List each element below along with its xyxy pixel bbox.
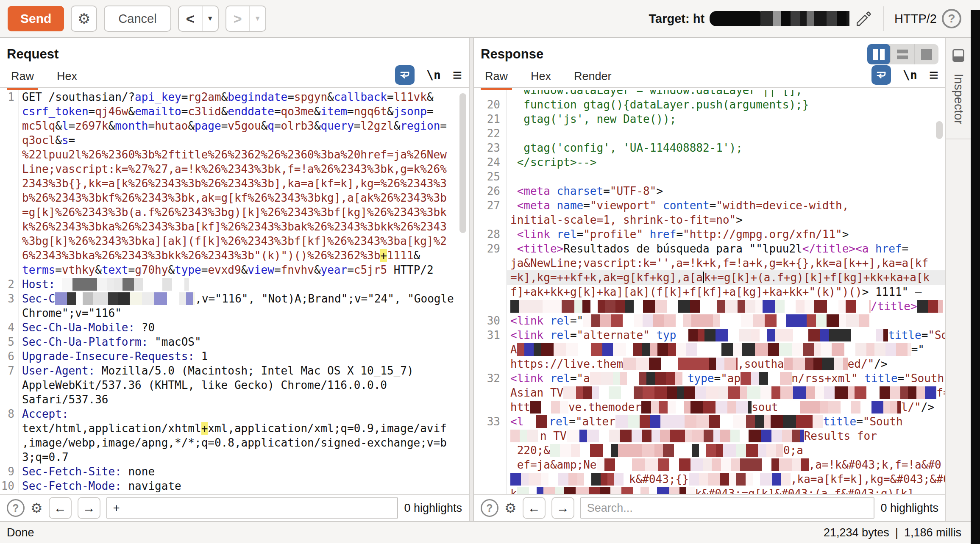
panel-splitter[interactable] [469, 38, 474, 521]
code-token: = [603, 185, 610, 197]
code-token: "South [904, 372, 944, 385]
next-match-button[interactable]: → [78, 497, 100, 519]
code-token: Resultados de búsqueda para ""lpuu2l [563, 242, 802, 255]
code-token: & [221, 91, 228, 103]
code-token: c5jr5 [354, 264, 387, 276]
forward-request-group: > ▼ [226, 6, 266, 32]
code-token: & [327, 91, 334, 103]
code-token: 2343%3b{},kk=a[k%26%2343%3b%26%2343%3b],… [22, 177, 447, 190]
code-row: csrf_token=qj46w&emailto=c3lid&enddate=q… [0, 104, 469, 119]
forward-button[interactable]: > [226, 6, 249, 31]
code-token: Results for [804, 430, 877, 442]
request-editor[interactable]: 1GET /southasian/?api_key=rg2am&begindat… [0, 87, 469, 494]
redacted-text [778, 401, 901, 414]
code-row: Chrome";v="116" [0, 306, 469, 320]
edit-target-icon[interactable] [855, 9, 873, 28]
request-panel: Request Raw Hex \n ≡ 1GET /southasian/?a [0, 38, 469, 521]
code-token: Chrome";v="116" [22, 307, 122, 319]
response-search-input[interactable] [580, 497, 875, 519]
previous-match-button[interactable]: ← [523, 497, 546, 519]
request-search-input[interactable] [106, 497, 398, 519]
code-row: Asian TVf=" [474, 386, 945, 400]
request-search-bar: ? ⚙ ← → 0 highlights [0, 494, 469, 521]
settings-button[interactable]: ⚙ [71, 6, 97, 32]
code-token: l/" [901, 401, 921, 414]
code-token: =" [911, 343, 924, 356]
code-row: k&#043;{},ka=a[kf=k],kg=&#043;&#043;; [474, 472, 945, 486]
code-token: evxd9 [208, 264, 241, 276]
code-token: qj46w [95, 105, 128, 118]
search-settings-icon[interactable]: ⚙ [31, 500, 43, 516]
code-token: Accept: [22, 408, 69, 420]
code-row: 22 [474, 126, 945, 141]
code-token: type [688, 372, 714, 385]
send-button[interactable]: Send [8, 6, 64, 31]
code-token: Mozilla/5.0 (Macintosh; Intel Mac OS X 1… [95, 364, 413, 377]
tab-request-hex[interactable]: Hex [53, 70, 81, 87]
tab-response-raw[interactable]: Raw [481, 70, 512, 87]
line-number [0, 436, 19, 450]
line-number [474, 400, 507, 414]
code-row: httve.themodersoutl/"/> [474, 400, 945, 414]
code-token: href [643, 228, 676, 241]
help-icon[interactable]: ? [942, 9, 961, 28]
code-row: 220;&0;a [474, 443, 945, 458]
code-row: ,image/webp,image/apng,*/*;q=0.8,applica… [0, 436, 469, 450]
code-token: Asian TV [510, 386, 563, 399]
next-match-button[interactable]: → [551, 497, 574, 519]
request-scrollbar[interactable] [459, 93, 466, 233]
code-token: sout [752, 401, 778, 414]
tab-response-render[interactable]: Render [570, 70, 616, 87]
back-button[interactable]: < [179, 6, 202, 31]
code-row: q3ocl&s= [0, 133, 469, 147]
code-token: hutao [155, 119, 188, 132]
code-token: = [898, 372, 905, 385]
redacted-host-pill [710, 11, 760, 26]
cancel-button[interactable]: Cancel [104, 6, 171, 32]
code-token: /> [874, 358, 887, 370]
inspector-dock-icon[interactable] [951, 48, 966, 63]
inspector-tab[interactable]: Inspector [952, 74, 966, 124]
code-token: ef=ja&amp;Ne [510, 458, 597, 471]
response-scrollbar[interactable] [936, 121, 943, 139]
request-title: Request [7, 47, 58, 62]
code-token: = [570, 372, 577, 385]
layout-single-button[interactable] [915, 44, 938, 64]
word-wrap-toggle[interactable] [395, 65, 415, 85]
previous-match-button[interactable]: ← [49, 497, 72, 519]
layout-rows-button[interactable] [891, 44, 915, 64]
response-editor[interactable]: window.dataLayer = window.dataLayer || [… [474, 87, 945, 494]
response-word-wrap-toggle[interactable] [871, 65, 891, 85]
code-row: 20 function gtag(){dataLayer.push(argume… [474, 97, 945, 112]
layout-columns-button[interactable] [867, 44, 891, 64]
code-token: </script>--> [510, 156, 597, 169]
top-toolbar: Send ⚙ Cancel < ▼ > ▼ Target: ht HTTP/2 … [0, 0, 980, 38]
code-token: z697k [75, 119, 108, 132]
tab-response-hex[interactable]: Hex [526, 70, 555, 87]
line-number [0, 162, 19, 176]
line-number: 8 [0, 407, 19, 421]
code-row: %3bg[k]%26%2343%3bka][ak](f[k]%26%2343%3… [0, 234, 469, 248]
redacted-text [615, 415, 823, 428]
tab-request-raw[interactable]: Raw [7, 70, 38, 87]
code-token: navigate [122, 480, 181, 492]
response-menu-icon[interactable]: ≡ [929, 67, 938, 83]
code-token: /> [921, 401, 934, 414]
forward-dropdown[interactable]: ▼ [249, 6, 265, 31]
back-dropdown[interactable]: ▼ [202, 6, 218, 31]
code-token: <link [510, 329, 543, 341]
code-token: begindate [228, 91, 287, 103]
search-help-icon[interactable]: ? [481, 499, 498, 517]
code-token: "viewport" [590, 199, 657, 212]
line-number [0, 306, 19, 320]
response-newline-toggle[interactable]: \n [903, 68, 917, 82]
request-menu-icon[interactable]: ≡ [453, 67, 462, 83]
code-token: = [922, 329, 928, 341]
search-help-icon[interactable]: ? [7, 499, 25, 517]
search-settings-icon[interactable]: ⚙ [504, 500, 517, 516]
line-number [0, 104, 19, 119]
newline-toggle[interactable]: \n [426, 68, 441, 82]
code-row: https://live.them,southaed/"/> [474, 357, 945, 371]
line-number [474, 256, 507, 270]
code-token: & [55, 119, 62, 132]
